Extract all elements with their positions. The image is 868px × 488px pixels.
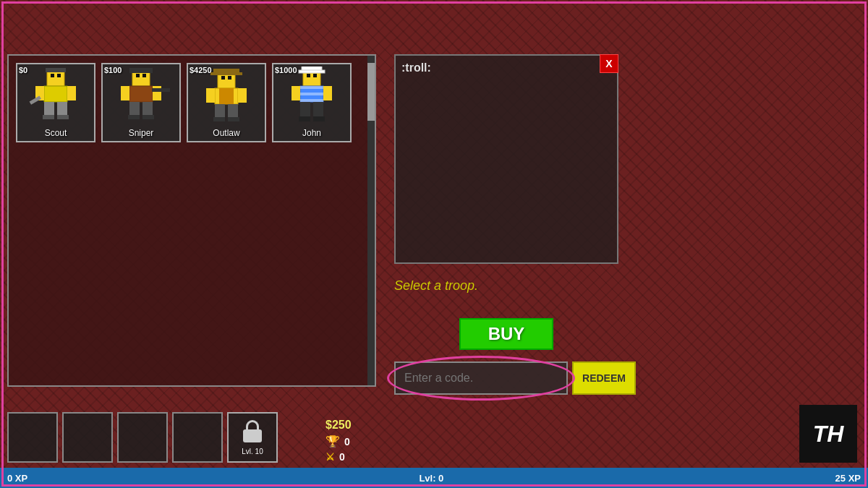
svg-rect-9 <box>57 102 67 116</box>
stats-area: $250 🏆 0 ⚔ 0 <box>326 419 352 463</box>
lock-top <box>246 420 259 430</box>
money-value: $250 <box>326 419 352 432</box>
select-troop-text: Select a troop. <box>394 278 478 294</box>
sword-icon: ⚔ <box>326 451 335 463</box>
inv-slot-1[interactable] <box>7 412 58 463</box>
svg-rect-23 <box>128 115 140 119</box>
bottom-bar: 0 XP Lvl: 0 25 XP <box>0 468 868 488</box>
svg-rect-51 <box>299 116 310 121</box>
inv-slot-2[interactable] <box>62 412 113 463</box>
svg-rect-10 <box>43 115 54 119</box>
sniper-name: Sniper <box>129 128 154 138</box>
level-label: Lvl. 10 <box>242 448 263 455</box>
kills-value: 0 <box>339 451 345 463</box>
trophy-icon: 🏆 <box>326 435 340 448</box>
troop-grid: $0 <box>9 56 375 150</box>
inv-slot-5[interactable]: Lvl. 10 <box>227 412 278 463</box>
svg-rect-2 <box>57 74 61 77</box>
scout-avatar <box>27 67 85 128</box>
svg-rect-0 <box>47 70 64 86</box>
svg-rect-33 <box>238 88 247 103</box>
info-box: :troll: X <box>394 54 618 264</box>
svg-rect-16 <box>129 86 153 102</box>
svg-rect-40 <box>313 74 317 77</box>
svg-rect-32 <box>206 88 215 103</box>
svg-rect-1 <box>51 74 54 77</box>
svg-rect-47 <box>292 86 300 100</box>
svg-rect-19 <box>152 88 170 92</box>
buy-button[interactable]: BUY <box>459 318 553 350</box>
svg-rect-13 <box>136 74 140 77</box>
scrollbar[interactable] <box>367 56 375 385</box>
svg-rect-49 <box>300 102 310 118</box>
svg-rect-37 <box>228 117 239 121</box>
lock-body <box>243 429 262 442</box>
john-name: John <box>302 128 321 138</box>
inventory-bar: Lvl. 10 <box>7 412 278 463</box>
outlaw-name: Outlaw <box>213 128 239 138</box>
john-avatar <box>283 67 341 128</box>
inv-slot-3[interactable] <box>117 412 168 463</box>
svg-rect-8 <box>44 102 54 116</box>
sniper-avatar <box>112 67 170 128</box>
troop-panel: $0 <box>7 54 376 387</box>
code-area: REDEEM <box>394 361 636 395</box>
xp-left: 0 XP <box>7 473 27 484</box>
code-input-wrapper <box>394 361 568 395</box>
troop-card-sniper[interactable]: $100 <box>101 63 181 142</box>
troop-card-john[interactable]: $1000 <box>272 63 352 142</box>
code-input[interactable] <box>394 361 568 395</box>
svg-rect-3 <box>46 68 66 72</box>
svg-rect-39 <box>307 74 310 77</box>
svg-rect-4 <box>44 86 67 102</box>
svg-rect-35 <box>228 104 238 119</box>
svg-rect-21 <box>129 102 140 116</box>
level-display: Lvl: 0 <box>419 473 443 484</box>
svg-rect-34 <box>215 104 225 119</box>
trophy-row: 🏆 0 <box>326 435 352 448</box>
outlaw-avatar <box>197 67 255 128</box>
svg-rect-42 <box>299 70 325 73</box>
svg-rect-50 <box>313 102 323 118</box>
svg-rect-24 <box>142 115 154 119</box>
scrollbar-thumb[interactable] <box>367 63 375 121</box>
money-row: $250 <box>326 419 352 432</box>
th-logo: TH <box>799 405 857 463</box>
trophy-value: 0 <box>344 436 350 448</box>
inv-slot-4[interactable] <box>172 412 223 463</box>
troop-card-outlaw[interactable]: $4250 <box>187 63 266 142</box>
svg-rect-6 <box>67 86 76 100</box>
svg-rect-29 <box>210 72 242 75</box>
svg-rect-22 <box>142 102 153 116</box>
scout-name: Scout <box>45 128 67 138</box>
svg-rect-17 <box>121 86 129 100</box>
svg-rect-14 <box>142 74 146 77</box>
svg-rect-11 <box>57 115 69 119</box>
xp-right: 25 XP <box>835 473 861 484</box>
svg-rect-31 <box>219 88 234 104</box>
svg-rect-45 <box>300 93 323 95</box>
svg-rect-36 <box>213 117 225 121</box>
svg-rect-46 <box>300 99 323 102</box>
svg-rect-27 <box>228 76 231 80</box>
kills-row: ⚔ 0 <box>326 451 352 463</box>
troll-text: :troll: <box>401 61 431 74</box>
svg-rect-26 <box>221 76 225 80</box>
svg-rect-44 <box>300 86 323 89</box>
close-button[interactable]: X <box>600 54 618 73</box>
svg-rect-48 <box>323 86 332 100</box>
troop-card-scout[interactable]: $0 <box>16 63 95 142</box>
lock-icon <box>242 420 263 446</box>
svg-rect-52 <box>313 116 325 121</box>
logo-text: TH <box>813 421 844 448</box>
redeem-button[interactable]: REDEEM <box>572 361 636 395</box>
svg-rect-15 <box>129 68 153 73</box>
